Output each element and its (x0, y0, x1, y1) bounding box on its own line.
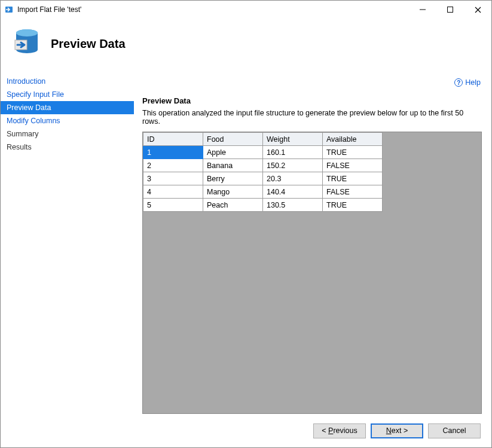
next-button[interactable]: Next > (371, 423, 423, 438)
content-heading: Preview Data (142, 96, 482, 105)
titlebar: Import Flat File 'test' (1, 1, 491, 19)
table-row[interactable]: 1Apple160.1TRUE (143, 146, 383, 159)
previous-button[interactable]: < Previous (313, 423, 366, 438)
table-cell[interactable]: Apple (203, 146, 263, 159)
table-cell[interactable]: 150.2 (263, 159, 323, 172)
sidebar-item-results[interactable]: Results (1, 141, 134, 154)
help-label: Help (465, 78, 481, 87)
sidebar-item-summary[interactable]: Summary (1, 127, 134, 141)
window-title: Import Flat File 'test' (17, 5, 409, 14)
table-cell[interactable]: 140.4 (263, 185, 323, 199)
help-icon: ? (454, 78, 463, 87)
column-header[interactable]: ID (143, 133, 203, 146)
button-label: Cancel (443, 426, 466, 435)
column-header[interactable]: Available (323, 133, 383, 146)
table-cell[interactable]: 20.3 (263, 172, 323, 185)
table-cell[interactable]: 130.5 (263, 199, 323, 212)
content-area: ? Help Preview Data This operation analy… (134, 71, 491, 414)
button-label: Next > (386, 426, 408, 435)
table-cell[interactable]: Peach (203, 199, 263, 212)
table-cell[interactable]: 160.1 (263, 146, 323, 159)
table-cell[interactable]: Mango (203, 185, 263, 199)
main-area: IntroductionSpecify Input FilePreview Da… (1, 71, 491, 414)
maximize-button[interactable] (436, 1, 464, 19)
sidebar-item-modify-columns[interactable]: Modify Columns (1, 114, 134, 127)
table-row[interactable]: 4Mango140.4FALSE (143, 185, 383, 199)
footer: < Previous Next > Cancel (1, 414, 491, 447)
button-label: < Previous (322, 426, 357, 435)
import-icon (4, 5, 14, 14)
table-row[interactable]: 2Banana150.2FALSE (143, 159, 383, 172)
table-cell[interactable]: 4 (143, 185, 203, 199)
help-link[interactable]: ? Help (454, 78, 481, 87)
table-cell[interactable]: FALSE (323, 185, 383, 199)
table-cell[interactable]: 1 (143, 146, 203, 159)
minimize-button[interactable] (409, 1, 436, 19)
table-cell[interactable]: 5 (143, 199, 203, 212)
content-description: This operation analyzed the input file s… (142, 109, 482, 126)
preview-grid-wrapper[interactable]: IDFoodWeightAvailable 1Apple160.1TRUE2Ba… (142, 132, 482, 414)
sidebar-item-introduction[interactable]: Introduction (1, 75, 134, 88)
page-title: Preview Data (51, 37, 126, 51)
table-cell[interactable]: TRUE (323, 146, 383, 159)
window-buttons (409, 1, 491, 19)
svg-point-6 (16, 29, 38, 36)
table-cell[interactable]: 3 (143, 172, 203, 185)
sidebar-item-preview-data[interactable]: Preview Data (1, 101, 134, 114)
table-cell[interactable]: 2 (143, 159, 203, 172)
column-header[interactable]: Food (203, 133, 263, 146)
table-cell[interactable]: Banana (203, 159, 263, 172)
sidebar-item-specify-input-file[interactable]: Specify Input File (1, 88, 134, 101)
wizard-sidebar: IntroductionSpecify Input FilePreview Da… (1, 71, 134, 414)
table-cell[interactable]: TRUE (323, 199, 383, 212)
column-header[interactable]: Weight (263, 133, 323, 146)
table-row[interactable]: 3Berry20.3TRUE (143, 172, 383, 185)
close-button[interactable] (464, 1, 491, 19)
cancel-button[interactable]: Cancel (428, 423, 481, 438)
header-band: Preview Data (1, 19, 491, 71)
table-cell[interactable]: Berry (203, 172, 263, 185)
table-row[interactable]: 5Peach130.5TRUE (143, 199, 383, 212)
table-cell[interactable]: TRUE (323, 172, 383, 185)
database-import-icon (13, 27, 41, 60)
table-cell[interactable]: FALSE (323, 159, 383, 172)
preview-table: IDFoodWeightAvailable 1Apple160.1TRUE2Ba… (143, 132, 383, 212)
svg-rect-2 (448, 7, 453, 13)
